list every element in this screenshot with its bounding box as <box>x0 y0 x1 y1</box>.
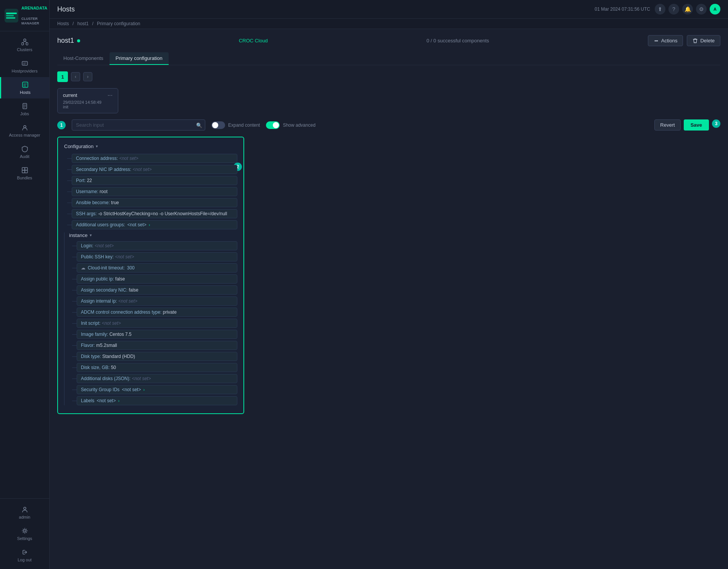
assign-internal-ip-field[interactable]: Assign internal ip: <not set> <box>77 297 237 306</box>
cloud-init-icon: ☁ <box>81 265 85 271</box>
config-row-ansible-become: Ansible become: true <box>64 198 237 207</box>
show-advanced-toggle[interactable] <box>266 121 280 129</box>
version-date: 29/02/2024 14:58:49 <box>63 100 113 105</box>
revert-button[interactable]: Revert <box>654 119 680 131</box>
breadcrumb-hosts[interactable]: Hosts <box>57 21 69 26</box>
svg-point-19 <box>654 40 656 41</box>
svg-line-8 <box>25 41 27 43</box>
cluster-icon <box>21 38 29 46</box>
labels-field[interactable]: Labels <not set> › <box>77 396 237 405</box>
cloud-init-timeout-field[interactable]: ☁ Cloud-init timeout: 300 <box>77 263 237 272</box>
logo-icon <box>5 9 18 23</box>
breadcrumb-sep-1: / <box>72 21 74 26</box>
disk-size-field[interactable]: Disk size, GB: 50 <box>77 363 237 372</box>
search-icon: 🔍 <box>196 122 202 128</box>
instance-row-adcm-control: ADCM control connection address type: pr… <box>69 308 237 317</box>
save-button[interactable]: Save <box>684 119 709 131</box>
image-family-field[interactable]: Image family: Centos 7.5 <box>77 330 237 339</box>
username-field[interactable]: Username: root <box>72 187 237 196</box>
public-ssh-key-field[interactable]: Public SSH key: <not set> <box>77 252 237 261</box>
svg-point-5 <box>21 43 24 45</box>
annotation-badge-1: 1 <box>57 121 66 129</box>
sidebar-item-admin-label: admin <box>19 515 31 519</box>
breadcrumb-current: Primary configuration <box>97 21 140 26</box>
sidebar-nav: Clusters Hostproviders Hosts Jobs Access… <box>0 31 49 498</box>
sidebar-bottom: admin Settings Log out <box>0 498 49 569</box>
content-area: host1 CROC Cloud 0 / 0 successful compon… <box>50 29 728 569</box>
svg-point-4 <box>24 39 26 41</box>
disk-type-field[interactable]: Disk type: Standard (HDD) <box>77 352 237 361</box>
sidebar-item-audit[interactable]: Audit <box>0 141 49 163</box>
assign-secondary-nic-field[interactable]: Assign secondary NIC: false <box>77 285 237 295</box>
configuration-section-label: Configuration <box>64 143 93 149</box>
secondary-nic-field[interactable]: Secondary NIC IP address: <not set> <box>72 165 237 174</box>
instance-dropdown-arrow: ▾ <box>90 233 92 238</box>
config-row-secondary-nic: Secondary NIC IP address: <not set> <box>64 165 237 174</box>
expand-content-toggle[interactable] <box>211 121 225 129</box>
sidebar-item-access-manager[interactable]: Access manager <box>0 120 49 141</box>
additional-disks-field[interactable]: Additional disks (JSON): <not set> <box>77 374 237 383</box>
ssh-args-field[interactable]: SSH args: -o StrictHostKeyChecking=no -o… <box>72 209 237 218</box>
bell-button[interactable]: 🔔 <box>682 4 693 15</box>
config-row-additional-users: Additional users groups: <not set> › <box>64 220 237 229</box>
instance-section-header[interactable]: instance ▾ <box>69 232 237 238</box>
security-group-ids-field[interactable]: Security Group IDs <not set> › <box>77 385 237 394</box>
settings-icon <box>21 527 29 535</box>
tab-primary-configuration[interactable]: Primary configuration <box>110 52 169 65</box>
sidebar-item-jobs[interactable]: Jobs <box>0 98 49 120</box>
connection-address-field[interactable]: Connection address: <not set> <box>72 154 237 163</box>
form-actions: Revert Save 3 <box>654 119 720 131</box>
additional-users-groups-field[interactable]: Additional users groups: <not set> › <box>72 220 237 229</box>
version-prev-button[interactable]: ‹ <box>71 72 80 81</box>
user-avatar[interactable]: A <box>710 4 720 15</box>
user-icon <box>21 506 29 513</box>
configuration-section-header[interactable]: Configuration ▾ <box>64 143 237 149</box>
sidebar-item-settings[interactable]: Settings <box>0 523 49 545</box>
host-name: host1 <box>57 37 74 45</box>
instance-section: instance ▾ Login: <not set> Public SSH k… <box>64 232 237 405</box>
logo-text: ARENADATACLUSTER MANAGER <box>21 5 47 26</box>
version-number-button[interactable]: 1 <box>57 71 68 82</box>
topbar: Hosts 01 Mar 2024 07:31:56 UTC ⬆ ? 🔔 ⚙ A <box>50 0 728 19</box>
instance-row-flavor: Flavor: m5.2small <box>69 341 237 350</box>
expand-security-groups-arrow: › <box>143 387 145 392</box>
sidebar-item-hostproviders[interactable]: Hostproviders <box>0 56 49 77</box>
settings-top-button[interactable]: ⚙ <box>696 4 707 15</box>
instance-row-assign-secondary-nic: Assign secondary NIC: false <box>69 285 237 295</box>
sidebar-item-hosts[interactable]: Hosts <box>0 77 49 98</box>
version-tag: current <box>63 93 77 98</box>
sidebar-item-admin[interactable]: admin <box>0 502 49 523</box>
adcm-control-field[interactable]: ADCM control connection address type: pr… <box>77 308 237 317</box>
actions-button[interactable]: Actions <box>648 35 683 46</box>
version-menu-button[interactable]: ··· <box>108 92 113 98</box>
svg-rect-9 <box>22 61 27 65</box>
assign-public-ip-field[interactable]: Assign public ip: false <box>77 274 237 284</box>
instance-row-assign-public-ip: Assign public ip: false <box>69 274 237 284</box>
instance-label: instance <box>69 232 87 238</box>
upload-button[interactable]: ⬆ <box>655 4 665 15</box>
logo-area: ARENADATACLUSTER MANAGER <box>0 0 49 31</box>
sidebar-item-hostproviders-label: Hostproviders <box>12 69 38 73</box>
sidebar-item-bundles[interactable]: Bundles <box>0 163 49 184</box>
breadcrumb-sep-2: / <box>92 21 93 26</box>
cloud-label[interactable]: CROC Cloud <box>239 38 268 44</box>
help-button[interactable]: ? <box>668 4 679 15</box>
host-actions: Actions Delete <box>648 35 720 46</box>
ansible-become-field[interactable]: Ansible become: true <box>72 198 237 207</box>
init-script-field[interactable]: Init script: <not set> <box>77 319 237 328</box>
login-field[interactable]: Login: <not set> <box>77 241 237 250</box>
delete-button[interactable]: Delete <box>687 35 720 46</box>
tab-host-components[interactable]: Host-Components <box>57 52 110 65</box>
sidebar-item-clusters[interactable]: Clusters <box>0 34 49 56</box>
search-input[interactable] <box>72 119 205 131</box>
trash-icon <box>693 38 698 44</box>
port-field[interactable]: Port: 22 <box>72 176 237 185</box>
sidebar-item-logout[interactable]: Log out <box>0 545 49 566</box>
instance-row-disk-size: Disk size, GB: 50 <box>69 363 237 372</box>
page-title: Hosts <box>57 5 75 13</box>
sidebar-item-bundles-label: Bundles <box>17 176 32 180</box>
version-next-button[interactable]: › <box>83 72 92 81</box>
show-advanced-toggle-group: Show advanced <box>266 121 315 129</box>
breadcrumb-host1[interactable]: host1 <box>77 21 89 26</box>
flavor-field[interactable]: Flavor: m5.2small <box>77 341 237 350</box>
